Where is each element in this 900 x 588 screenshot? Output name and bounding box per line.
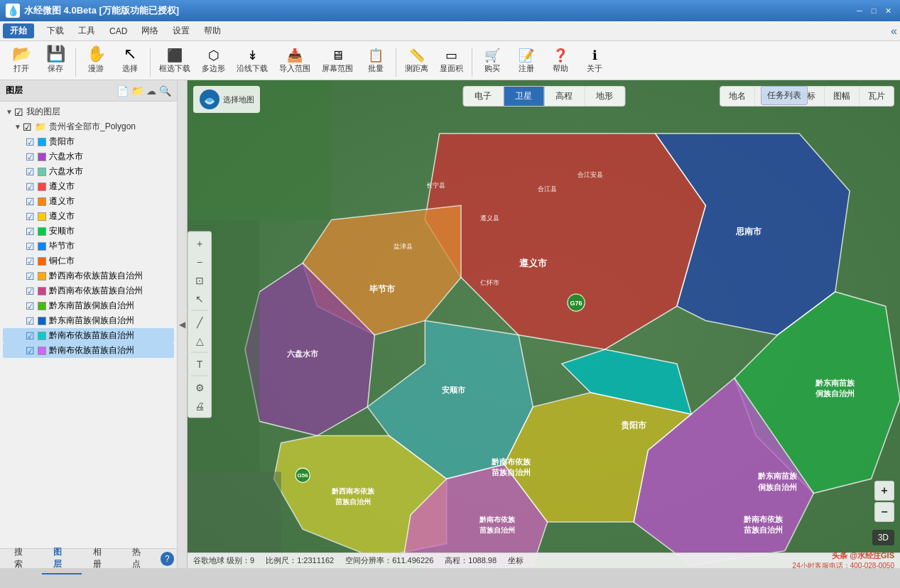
close-button[interactable]: ✕ bbox=[882, 4, 894, 17]
map-tab-terrain[interactable]: 地形 bbox=[585, 87, 624, 106]
tool-help-label: 帮助 bbox=[553, 63, 568, 74]
list-item[interactable]: ☑ 毕节市 bbox=[3, 239, 174, 254]
tree-root[interactable]: ▼ ☑ 我的图层 bbox=[3, 104, 174, 119]
list-item[interactable]: ☑ 六盘水市 bbox=[3, 164, 174, 179]
tool-register[interactable]: 📝 注册 bbox=[511, 46, 542, 77]
help-button[interactable]: ? bbox=[161, 552, 174, 566]
search-panel-icon[interactable]: 🔍 bbox=[159, 85, 171, 97]
svg-text:仁怀市: 仁怀市 bbox=[480, 279, 499, 286]
layer-item-name: 贵阳市 bbox=[49, 136, 75, 148]
task-list-panel[interactable]: 任务列表 bbox=[761, 86, 808, 105]
collapse-button[interactable]: « bbox=[891, 25, 897, 38]
tool-batch[interactable]: 📋 批量 bbox=[360, 46, 391, 77]
list-item[interactable]: ☑ 黔南布依族苗族自治州 bbox=[3, 328, 174, 343]
tool-buy-label: 购买 bbox=[484, 63, 500, 74]
svg-text:苗族自治州: 苗族自治州 bbox=[744, 526, 783, 534]
tool-measure-distance[interactable]: 📏 测距离 bbox=[401, 46, 433, 77]
menu-download[interactable]: 下载 bbox=[40, 22, 71, 40]
list-item[interactable]: ☑ 黔西南布依族苗族自治州 bbox=[3, 283, 174, 298]
3d-button[interactable]: 3D bbox=[872, 530, 894, 545]
svg-text:遵义县: 遵义县 bbox=[480, 214, 499, 222]
tool-measure-area[interactable]: ▭ 显面积 bbox=[435, 46, 467, 77]
menu-tools[interactable]: 工具 bbox=[71, 22, 102, 40]
menu-help[interactable]: 帮助 bbox=[197, 22, 228, 40]
list-item[interactable]: ☑ 遵义市 bbox=[3, 179, 174, 194]
map-rtab-mapsheet[interactable]: 图幅 bbox=[825, 87, 860, 106]
layer-color-indicator bbox=[38, 168, 46, 176]
tool-screen-range[interactable]: 🖥 屏幕范围 bbox=[318, 46, 357, 77]
folder-arrow-icon: ▼ bbox=[14, 123, 23, 131]
menu-settings[interactable]: 设置 bbox=[166, 22, 197, 40]
svg-text:毕节市: 毕节市 bbox=[369, 284, 396, 294]
tool-measure-distance-label: 测距离 bbox=[405, 63, 428, 74]
menu-network[interactable]: 网络 bbox=[134, 22, 166, 40]
list-item[interactable]: ☑ 遵义市 bbox=[3, 194, 174, 209]
svg-text:遵义市: 遵义市 bbox=[519, 258, 548, 268]
tool-help[interactable]: ❓ 帮助 bbox=[545, 46, 576, 77]
list-item[interactable]: ☑ 六盘水市 bbox=[3, 149, 174, 164]
map-rtab-placename[interactable]: 地名 bbox=[720, 87, 755, 106]
cloud-icon[interactable]: ☁ bbox=[146, 85, 156, 97]
layer-item-name: 黔南布依族苗族自治州 bbox=[49, 344, 134, 356]
tab-search[interactable]: 搜索 bbox=[3, 543, 42, 575]
tool-about[interactable]: ℹ 关于 bbox=[579, 46, 610, 77]
tool-polygon[interactable]: ⬡ 多边形 bbox=[197, 46, 229, 77]
separator-2 bbox=[150, 48, 151, 77]
list-item[interactable]: ☑ 贵阳市 bbox=[3, 134, 174, 149]
full-extent-icon[interactable]: ⊡ bbox=[191, 271, 208, 288]
map-tab-satellite[interactable]: 卫星 bbox=[504, 87, 544, 106]
list-item[interactable]: ☑ 黔南布依族苗族自治州 bbox=[3, 343, 174, 358]
line-icon[interactable]: ╱ bbox=[191, 313, 208, 330]
list-item[interactable]: ☑ 铜仁市 bbox=[3, 254, 174, 268]
collapse-arrow-icon: ◀ bbox=[179, 320, 185, 330]
tool-select[interactable]: ↖ 选择 bbox=[114, 43, 146, 77]
svg-text:合江县: 合江县 bbox=[538, 185, 557, 192]
list-item[interactable]: ☑ 黔西南布依族苗族自治州 bbox=[3, 268, 174, 283]
map-tab-electronic[interactable]: 电子 bbox=[463, 87, 504, 106]
help-icon: ❓ bbox=[553, 49, 568, 62]
menu-cad[interactable]: CAD bbox=[102, 23, 134, 39]
zoom-in-icon[interactable]: + bbox=[191, 234, 208, 251]
svg-text:黔南布依族: 黔南布依族 bbox=[743, 515, 784, 523]
tool-buy[interactable]: 🛒 购买 bbox=[477, 46, 508, 77]
list-item[interactable]: ☑ 黔东南苗族侗族自治州 bbox=[3, 313, 174, 328]
tab-layers[interactable]: 图层 bbox=[42, 543, 81, 575]
app-title: 水经微图 4.0Beta [万能版功能已授权] bbox=[24, 4, 179, 17]
tab-photos[interactable]: 相册 bbox=[82, 543, 121, 575]
tool-save[interactable]: 💾 保存 bbox=[40, 43, 71, 77]
tool-import-range-label: 导入范围 bbox=[279, 63, 310, 74]
list-item[interactable]: ☑ 遵义市 bbox=[3, 209, 174, 224]
layer-color-indicator bbox=[38, 212, 46, 221]
list-item[interactable]: ☑ 安顺市 bbox=[3, 224, 174, 239]
left-panel: 图层 📄 📁 ☁ 🔍 ▼ ☑ 我的图层 ▼ ☑ 📁 贵州省全部市_Polygon bbox=[0, 80, 178, 568]
add-folder-icon[interactable]: 📁 bbox=[131, 85, 143, 97]
zoom-out-button[interactable]: − bbox=[874, 502, 894, 522]
tab-hotspot[interactable]: 热点 bbox=[121, 543, 160, 575]
map-tab-elevation[interactable]: 高程 bbox=[544, 87, 585, 106]
tree-folder[interactable]: ▼ ☑ 📁 贵州省全部市_Polygon bbox=[3, 119, 174, 134]
tool-box-download[interactable]: ⬛ 框选下载 bbox=[155, 46, 195, 77]
layer-item-name: 黔西南布依族苗族自治州 bbox=[49, 270, 143, 282]
tool-open-label: 打开 bbox=[13, 63, 29, 74]
tool-import-range[interactable]: 📥 导入范围 bbox=[275, 46, 315, 77]
maximize-button[interactable]: □ bbox=[867, 4, 880, 17]
minimize-button[interactable]: ─ bbox=[853, 4, 866, 17]
print-icon[interactable]: 🖨 bbox=[191, 397, 208, 414]
layer-item-name: 遵义市 bbox=[49, 180, 75, 192]
polygon-draw-icon[interactable]: △ bbox=[191, 332, 208, 349]
tool-pan[interactable]: ✋ 漫游 bbox=[80, 43, 112, 77]
list-item[interactable]: ☑ 黔东南苗族侗族自治州 bbox=[3, 298, 174, 313]
tool-line-download[interactable]: ↡ 沿线下载 bbox=[232, 46, 272, 77]
map-rtab-tile[interactable]: 瓦片 bbox=[860, 87, 894, 106]
settings-icon[interactable]: ⚙ bbox=[191, 379, 208, 396]
start-menu-button[interactable]: 开始 bbox=[3, 23, 34, 38]
zoom-out-icon[interactable]: − bbox=[191, 253, 208, 270]
cursor-icon[interactable]: ↖ bbox=[191, 290, 208, 307]
new-layer-icon[interactable]: 📄 bbox=[116, 85, 129, 97]
menu-bar: 开始 下载 工具 CAD 网络 设置 帮助 « bbox=[0, 21, 900, 41]
text-icon[interactable]: T bbox=[191, 355, 208, 372]
zoom-in-button[interactable]: + bbox=[874, 481, 894, 501]
map-area[interactable]: 遵义市 思南市 黔东南苗族 侗族自治州 贵阳市 黔东南苗族 侗族自治州 黔南布依… bbox=[188, 80, 900, 568]
panel-collapse-handle[interactable]: ◀ bbox=[178, 80, 188, 568]
tool-open[interactable]: 📂 打开 bbox=[6, 43, 37, 77]
